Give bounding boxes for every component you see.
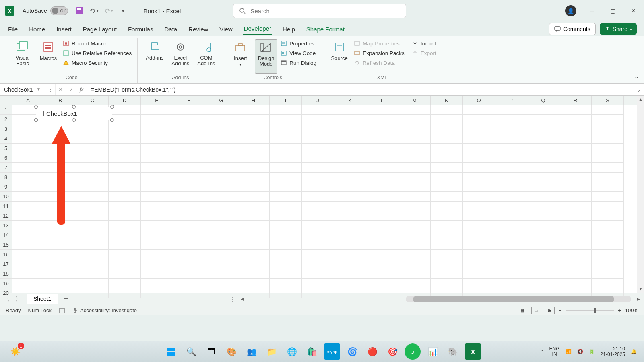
column-header[interactable]: B [44,96,76,105]
tab-developer[interactable]: Developer [243,23,272,35]
cell[interactable] [237,221,270,230]
worksheet-grid[interactable]: ABCDEFGHIJKLMNOPQRS 12345678910111213141… [0,96,644,293]
tab-file[interactable]: File [7,23,19,35]
cell[interactable] [12,163,44,173]
cell[interactable] [141,134,173,144]
cell[interactable] [302,269,334,279]
app-icon-3[interactable]: 📊 [425,343,441,360]
cell[interactable] [366,124,398,134]
chrome-icon[interactable]: 🔴 [364,343,380,360]
minimize-button[interactable]: ─ [586,5,597,16]
cell[interactable] [398,182,431,192]
cell[interactable] [302,173,334,182]
cell[interactable] [559,192,592,202]
cell[interactable] [592,153,624,163]
cell[interactable] [205,163,237,173]
cell[interactable] [592,230,624,240]
row-header[interactable]: 4 [0,134,12,144]
cell[interactable] [12,230,44,240]
cell[interactable] [173,153,205,163]
cell[interactable] [270,240,302,250]
cell[interactable] [495,202,527,211]
cell[interactable] [141,250,173,259]
toggle-switch[interactable]: Off [50,6,68,15]
cell[interactable] [237,240,270,250]
cell[interactable] [431,115,463,124]
cell[interactable] [237,192,270,202]
cell[interactable] [205,105,237,115]
cell[interactable] [109,288,141,298]
cell[interactable] [463,192,495,202]
cell[interactable] [76,202,109,211]
excel-addins-button[interactable]: Excel Add-ins [169,39,192,74]
clock[interactable]: 21:10 21-01-2025 [601,346,625,358]
qat-customize[interactable]: ▾ [119,6,128,15]
cell[interactable] [205,250,237,259]
cell[interactable] [302,163,334,173]
cell[interactable] [431,240,463,250]
cell[interactable] [527,182,559,192]
cell[interactable] [398,269,431,279]
cell[interactable] [334,288,366,298]
cell[interactable] [592,134,624,144]
resize-handle[interactable] [72,118,76,122]
cell[interactable] [205,192,237,202]
cell[interactable] [495,269,527,279]
undo-button[interactable]: ▾ [90,6,99,15]
cell[interactable] [44,279,76,288]
maximize-button[interactable]: ▢ [607,5,618,16]
cell[interactable] [173,134,205,144]
cell[interactable] [76,211,109,221]
cell[interactable] [495,211,527,221]
cell[interactable] [334,134,366,144]
cell[interactable] [302,211,334,221]
redo-button[interactable]: ▾ [104,6,113,15]
cell[interactable] [592,221,624,230]
cell[interactable] [109,192,141,202]
source-button[interactable]: Source [328,39,351,74]
cell[interactable] [527,202,559,211]
cell[interactable] [205,144,237,153]
cell[interactable] [205,269,237,279]
cell[interactable] [559,153,592,163]
cell[interactable] [463,173,495,182]
cell[interactable] [592,144,624,153]
row-header[interactable]: 17 [0,259,12,269]
cell[interactable] [592,124,624,134]
name-box[interactable]: CheckBox1 ▼ [0,84,45,95]
cell[interactable] [463,269,495,279]
cell[interactable] [366,182,398,192]
column-header[interactable]: P [495,96,527,105]
view-code-button[interactable]: View Code [281,50,316,56]
comments-button[interactable]: Comments [549,23,596,35]
cell[interactable] [302,192,334,202]
cell[interactable] [270,182,302,192]
cell[interactable] [559,240,592,250]
cell[interactable] [463,105,495,115]
cell[interactable] [495,134,527,144]
cell[interactable] [463,153,495,163]
cell[interactable] [559,259,592,269]
cell[interactable] [559,269,592,279]
cell[interactable] [366,115,398,124]
cell[interactable] [495,250,527,259]
cell[interactable] [559,211,592,221]
cell[interactable] [76,163,109,173]
tab-review[interactable]: Review [188,23,209,35]
cell[interactable] [109,221,141,230]
cell[interactable] [12,279,44,288]
lang-2[interactable]: IN [549,352,560,357]
cell[interactable] [205,259,237,269]
volume-icon[interactable]: 🔇 [577,349,583,354]
row-header[interactable]: 13 [0,221,12,230]
column-header[interactable]: J [302,96,334,105]
cell[interactable] [559,134,592,144]
cell[interactable] [463,250,495,259]
cell[interactable] [141,259,173,269]
cell[interactable] [205,115,237,124]
cell[interactable] [302,182,334,192]
column-header[interactable]: D [109,96,141,105]
cell[interactable] [334,269,366,279]
cell[interactable] [141,202,173,211]
cell[interactable] [527,240,559,250]
